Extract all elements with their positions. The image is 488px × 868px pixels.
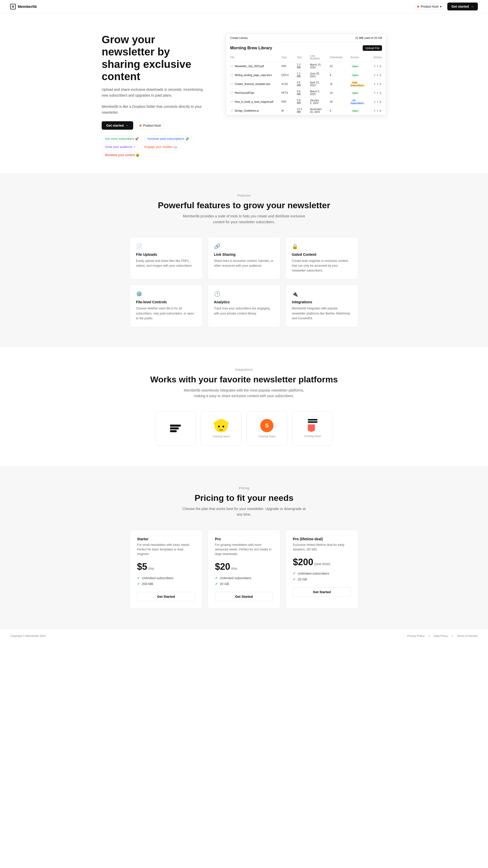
features-section: Features Powerful features to grow your … bbox=[0, 174, 488, 347]
pricing-amount: $5 bbox=[137, 561, 147, 572]
feature-desc-0: Easily upload and share files like PDFs,… bbox=[136, 258, 196, 268]
feature-card: 🔗 Link Sharing Share links to exclusive … bbox=[208, 237, 281, 280]
hero-tags: Get more subscribers 🚀 Increase paid sub… bbox=[102, 136, 205, 158]
table-row: 📄Design_Guidelines.ai AI 12.4 MB Novembe… bbox=[226, 106, 386, 115]
integrations-subtitle: Memberlib seamlessly integrates with the… bbox=[181, 388, 307, 399]
tag-get-more-subscribers: Get more subscribers 🚀 bbox=[102, 136, 142, 142]
footer-terms-link[interactable]: Terms of Service bbox=[457, 634, 478, 638]
pricing-title: Pricing to fit your needs bbox=[10, 493, 478, 503]
pricing-feature: ✓ Unlimited subscribers bbox=[215, 576, 273, 580]
table-row: 📄Creator_finances_template.xlsx XLSX 4.5… bbox=[226, 80, 386, 89]
table-row: 📄How_to_build_a_lead_magnet.pdf PDF 5.8 … bbox=[226, 97, 386, 106]
pricing-get-started-button[interactable]: Get Started bbox=[137, 592, 195, 601]
tag-increase-paid: Increase paid subscriptions 💸 bbox=[144, 136, 192, 142]
feature-icon-2: 🔒 bbox=[292, 243, 352, 249]
product-hunt-badge[interactable]: Product Hunt ▾ bbox=[414, 4, 444, 10]
hero-left: Grow your newsletter by sharing exclusiv… bbox=[102, 34, 205, 158]
pricing-plan-desc: Exclusive limited lifetime deal for earl… bbox=[293, 542, 351, 552]
feature-icon-4: 🕐 bbox=[214, 291, 274, 297]
hero-get-started-button[interactable]: Get started bbox=[102, 121, 133, 130]
file-actions: ⬆ ⬇ 🗑 bbox=[373, 100, 382, 103]
pricing-section-label: Pricing bbox=[10, 486, 478, 490]
file-actions: ⬆ ⬇ 🗑 bbox=[373, 65, 382, 68]
library-mockup: Create Library 21 MB used of 20 GB Morni… bbox=[226, 34, 386, 116]
mockup-title-row: Morning Brew Library Upload File bbox=[226, 42, 386, 53]
logo-text: Memberlib bbox=[18, 4, 37, 9]
pricing-subtitle: Choose the plan that works best for your… bbox=[181, 506, 307, 517]
col-modified: Last Modified bbox=[306, 53, 326, 62]
pricing-feature: ✓ 200 MB bbox=[137, 582, 195, 586]
feature-title-5: Integrations bbox=[292, 300, 352, 304]
pricing-period: (one time) bbox=[314, 562, 330, 566]
integration-mailchimp: Coming Soon bbox=[201, 411, 241, 446]
tag-engage-readers: Engage your readers 📖 bbox=[141, 144, 181, 150]
tag-monetize: Monetize your content 🤑 bbox=[102, 152, 143, 158]
substack-coming-soon: Coming Soon bbox=[259, 435, 275, 438]
col-type: Type bbox=[277, 53, 293, 62]
hero-ph-badge[interactable]: Product Hunt bbox=[136, 122, 164, 129]
footer-privacy-link[interactable]: Privacy Policy bbox=[407, 634, 424, 638]
pricing-section: Pricing Pricing to fit your needs Choose… bbox=[0, 466, 488, 629]
integration-substack: S Coming Soon bbox=[247, 411, 287, 446]
hero-actions: Get started Product Hunt bbox=[102, 121, 205, 130]
integrations-title: Works with your favorite newsletter plat… bbox=[10, 374, 478, 384]
pricing-feature: ✓ 20 GB bbox=[293, 578, 351, 581]
table-row: 📄Writing_landing_page_copy.docx DOCX 1.2… bbox=[226, 71, 386, 80]
hero-title: Grow your newsletter by sharing exclusiv… bbox=[102, 34, 205, 83]
feature-title-2: Gated Content bbox=[292, 252, 352, 256]
upload-file-button[interactable]: Upload File bbox=[363, 45, 382, 51]
pricing-plan-desc: For small newsletters with basic needs. … bbox=[137, 542, 195, 556]
footer-copyright: Copyright © Memberlib 2024 bbox=[10, 634, 46, 638]
features-section-label: Features bbox=[10, 194, 478, 197]
pricing-plan-name: Pro bbox=[215, 537, 273, 541]
feature-icon-5: 🔌 bbox=[292, 291, 352, 297]
pricing-card-2: Pro (lifetime deal) Exclusive limited li… bbox=[286, 530, 358, 609]
substack-icon: S bbox=[260, 419, 273, 432]
pricing-plan-desc: For growing newsletters with more advanc… bbox=[215, 542, 273, 556]
tag-grow-audience: Grow your audience ✓ bbox=[102, 144, 139, 150]
pricing-get-started-button[interactable]: Get Started bbox=[293, 587, 351, 597]
convertkit-coming-soon: Coming Soon bbox=[304, 435, 321, 438]
integrations-grid: Coming Soon S Coming Soon Coming Soon bbox=[155, 411, 333, 446]
pricing-feature: ✓ 20 GB bbox=[215, 582, 273, 586]
pricing-price: $200 (one time) bbox=[293, 557, 351, 567]
nav-get-started-button[interactable]: Get started bbox=[447, 3, 478, 10]
pricing-period: /mo bbox=[148, 566, 154, 570]
hero-section: Grow your newsletter by sharing exclusiv… bbox=[92, 13, 396, 174]
file-actions: ⬆ ⬇ 🗑 bbox=[373, 109, 382, 112]
pricing-amount: $200 bbox=[293, 557, 313, 567]
hero-mockup: Create Library 21 MB used of 20 GB Morni… bbox=[226, 34, 386, 116]
integration-convertkit: Coming Soon bbox=[292, 411, 333, 446]
ph-dot-icon bbox=[417, 6, 419, 8]
convertkit-icon bbox=[308, 419, 318, 432]
mailchimp-coming-soon: Coming Soon bbox=[213, 435, 230, 438]
table-row: 📄Newsletter_July_2023.pdf PDF 2.3 MB Mar… bbox=[226, 62, 386, 71]
pricing-features-list: ✓ Unlimited subscribers✓ 20 GB bbox=[215, 576, 273, 586]
beehiv-icon bbox=[170, 425, 181, 432]
mailchimp-icon bbox=[215, 419, 228, 432]
pricing-price: $5 /mo bbox=[137, 561, 195, 572]
integrations-section-label: Integrations bbox=[10, 368, 478, 371]
col-downloads: Downloads bbox=[326, 53, 347, 62]
pricing-feature: ✓ Unlimited subscribers bbox=[293, 571, 351, 576]
table-row: 📄PitchYourselfTpls PPTX 6.8 MB March 5, … bbox=[226, 89, 386, 97]
pricing-features-list: ✓ Unlimited subscribers✓ 20 GB bbox=[293, 571, 351, 581]
col-actions: Actions bbox=[369, 53, 386, 62]
col-access: Access bbox=[347, 53, 369, 62]
file-actions: ⬆ ⬇ 🗑 bbox=[373, 74, 382, 76]
feature-title-1: Link Sharing bbox=[214, 252, 274, 256]
feature-desc-1: Share links to exclusive content, tutori… bbox=[214, 258, 274, 268]
feature-card: 🔌 Integrations Memberlib integrates with… bbox=[286, 284, 358, 327]
logo-icon: M bbox=[10, 4, 16, 9]
ph-badge-label: Product Hunt bbox=[421, 5, 438, 8]
col-size: Size bbox=[293, 53, 306, 62]
pricing-plan-name: Pro (lifetime deal) bbox=[293, 537, 351, 541]
mockup-header: Create Library 21 MB used of 20 GB bbox=[226, 34, 386, 42]
footer-data-policy-link[interactable]: Data Policy bbox=[434, 634, 448, 638]
feature-desc-3: Choose whether each file is for all subs… bbox=[136, 306, 196, 321]
pricing-amount: $20 bbox=[215, 561, 230, 572]
feature-icon-1: 🔗 bbox=[214, 243, 274, 249]
feature-desc-4: Track how your subscribers are engaging … bbox=[214, 306, 274, 316]
pricing-card-1: Pro For growing newsletters with more ad… bbox=[208, 530, 281, 609]
pricing-get-started-button[interactable]: Get Started bbox=[215, 592, 273, 601]
